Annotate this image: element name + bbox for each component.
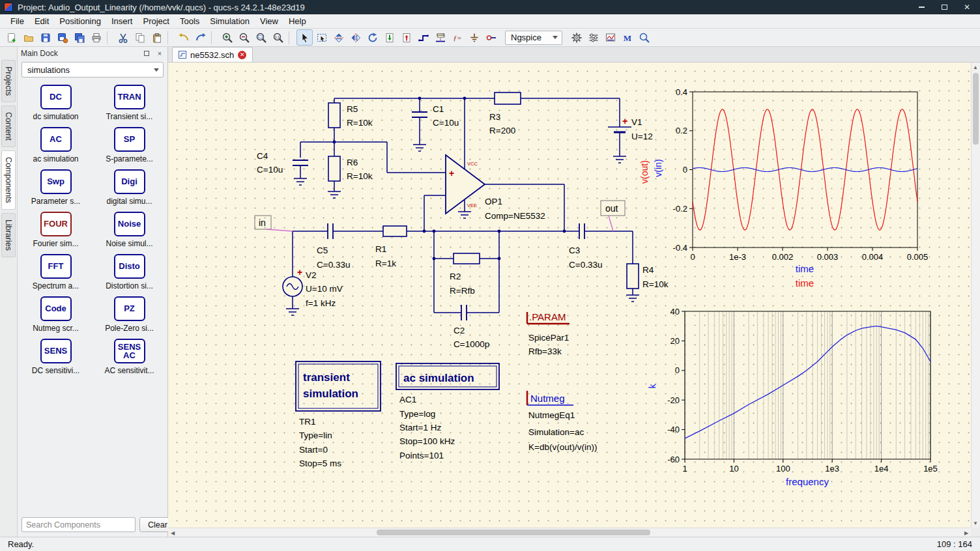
scroll-right-icon[interactable]: ▶ [962, 528, 971, 537]
menu-edit[interactable]: Edit [29, 15, 54, 27]
app-icon[interactable] [4, 3, 13, 12]
wire-icon[interactable] [415, 29, 431, 46]
paste-icon[interactable] [149, 29, 165, 46]
equation-icon[interactable]: ƒ= [449, 29, 465, 46]
mirror-vertical-icon[interactable] [330, 29, 347, 46]
display-data-icon[interactable] [602, 29, 618, 46]
search-input[interactable] [22, 517, 136, 532]
save-icon[interactable] [37, 29, 53, 46]
vertical-scroll-thumb[interactable] [973, 73, 979, 145]
undo-icon[interactable] [175, 29, 192, 46]
select-icon[interactable] [296, 29, 313, 46]
dock-float-icon[interactable] [142, 49, 151, 58]
component-digital-simulation[interactable]: Digidigital simu... [93, 169, 166, 206]
component-R1[interactable]: R1 R=1k [375, 226, 407, 268]
simulate-icon[interactable] [568, 29, 584, 46]
component-V1[interactable]: + V1 U=12 [608, 116, 653, 141]
component-distortion-simulation[interactable]: DistoDistortion si... [93, 254, 166, 290]
close-button[interactable]: ✕ [958, 1, 976, 13]
open-icon[interactable] [20, 29, 36, 46]
menu-positioning[interactable]: Positioning [54, 15, 106, 27]
component-category-select[interactable]: simulations [22, 62, 164, 78]
menu-insert[interactable]: Insert [106, 15, 138, 27]
zoom-area-icon[interactable] [636, 29, 652, 46]
cut-icon[interactable] [115, 29, 131, 46]
new-icon[interactable] [3, 29, 20, 46]
spice-param-block[interactable]: .PARAM SpicePar1 Rfb=33k [527, 311, 569, 356]
simulation-ac-block[interactable]: ac simulation AC1 Type=log Start=1 Hz St… [396, 363, 499, 460]
component-C5[interactable]: C5 C=0.33u [317, 223, 350, 270]
scroll-down-icon[interactable]: ▼ [971, 518, 980, 528]
wires[interactable] [293, 98, 633, 313]
component-R4[interactable]: R4 R=10k [627, 264, 669, 289]
sidebar-tab-content[interactable]: Content [1, 106, 16, 147]
simulator-select[interactable]: Ngspice [505, 31, 562, 45]
minimize-button[interactable] [912, 1, 930, 13]
save-all-icon[interactable] [71, 29, 87, 46]
zoom-out-icon[interactable] [236, 29, 252, 46]
rotate-icon[interactable] [364, 29, 381, 46]
menu-help[interactable]: Help [283, 15, 311, 27]
component-fourier-simulation[interactable]: FOURFourier sim... [19, 212, 93, 248]
wire-label-in[interactable]: in [255, 216, 293, 231]
tab-close-icon[interactable]: ✕ [238, 51, 246, 59]
diagram-gain-frequency[interactable]: 1101001e31e41e540200-20-40-60 [667, 307, 938, 474]
component-parameter-sweep[interactable]: SwpParameter s... [19, 169, 93, 206]
node-name-icon[interactable]: NAME [432, 29, 448, 46]
pop-out-icon[interactable] [398, 29, 414, 46]
schematic-svg[interactable]: R5 R=10k R6 R=10k C4 C=10u [168, 63, 970, 528]
component-spectrum-analysis[interactable]: FFTSpectrum a... [19, 254, 93, 290]
component-C2[interactable]: C2 C=1000p [454, 305, 489, 349]
save-as-icon[interactable] [54, 29, 70, 46]
component-R5[interactable]: R5 R=10k [328, 103, 373, 128]
copy-icon[interactable] [132, 29, 148, 46]
tab-ne5532-sch[interactable]: ne5532.sch ✕ [172, 47, 253, 62]
horizontal-scroll-thumb[interactable] [377, 530, 650, 535]
component-V2[interactable]: + V2 U=10 mV f=1 kHz [283, 267, 343, 308]
vertical-scrollbar[interactable]: ▲ ▼ [971, 63, 980, 528]
component-dc-simulation[interactable]: DCdc simulation [19, 85, 93, 121]
ground-icon[interactable] [466, 29, 482, 46]
component-R2[interactable]: R2 R=Rfb [450, 253, 480, 296]
redo-icon[interactable] [192, 29, 209, 46]
dock-close-icon[interactable]: × [155, 49, 164, 58]
diagram-transient[interactable]: 01e-30.0020.0030.0040.0050.40.20-0.2-0.4 [673, 87, 929, 262]
zoom-fit-icon[interactable] [253, 29, 269, 46]
menu-simulation[interactable]: Simulation [205, 15, 255, 27]
scroll-left-icon[interactable]: ◀ [168, 528, 177, 537]
menu-view[interactable]: View [255, 15, 283, 27]
scroll-up-icon[interactable]: ▲ [971, 63, 980, 72]
nutmeg-equation-block[interactable]: Nutmeg NutmegEq1 Simulation=ac K=db(v(ou… [527, 391, 597, 452]
component-transient-simulation[interactable]: TRANTransient si... [93, 85, 166, 121]
component-dc-sensitivity[interactable]: SENSDC sensitivi... [19, 339, 93, 375]
zoom-in-icon[interactable] [219, 29, 235, 46]
horizontal-scrollbar[interactable]: ◀ ▶ [168, 528, 971, 537]
sidebar-tab-libraries[interactable]: Libraries [1, 213, 16, 257]
print-icon[interactable] [88, 29, 104, 46]
menu-file[interactable]: File [5, 15, 29, 27]
sim-settings-icon[interactable] [585, 29, 601, 46]
zoom-actual-icon[interactable]: 1:1 [270, 29, 286, 46]
menu-project[interactable]: Project [137, 15, 174, 27]
component-noise-simulation[interactable]: NoiseNoise simul... [93, 212, 166, 248]
component-nutmeg-script[interactable]: CodeNutmeg scr... [19, 296, 93, 333]
component-OP1[interactable]: + VCC VEE OP1 Comp=NE5532 [446, 155, 545, 221]
simulation-transient-block[interactable]: transient simulation TR1 Type=lin Start=… [296, 361, 381, 468]
menu-tools[interactable]: Tools [175, 15, 205, 27]
component-pole-zero-simulation[interactable]: PZPole-Zero si... [93, 296, 166, 333]
sidebar-tab-components[interactable]: Components [1, 150, 16, 210]
push-into-icon[interactable] [381, 29, 397, 46]
component-ac-simulation[interactable]: ACac simulation [19, 127, 93, 163]
restore-button[interactable] [935, 1, 953, 13]
port-icon[interactable] [483, 29, 499, 46]
component-s-parameter-simulation[interactable]: SPS-paramete... [93, 127, 166, 163]
component-C1[interactable]: C1 C=10u [412, 104, 459, 128]
component-R6[interactable]: R6 R=10k [328, 156, 373, 181]
component-R3[interactable]: R3 R=200 [489, 92, 521, 135]
mirror-horizontal-icon[interactable] [347, 29, 364, 46]
sidebar-tab-projects[interactable]: Projects [1, 60, 16, 102]
wire-label-out[interactable]: out [601, 201, 625, 231]
component-C3[interactable]: C3 C=0.33u [569, 223, 602, 270]
select-area-icon[interactable] [313, 29, 330, 46]
schematic-canvas[interactable]: R5 R=10k R6 R=10k C4 C=10u [168, 63, 971, 528]
